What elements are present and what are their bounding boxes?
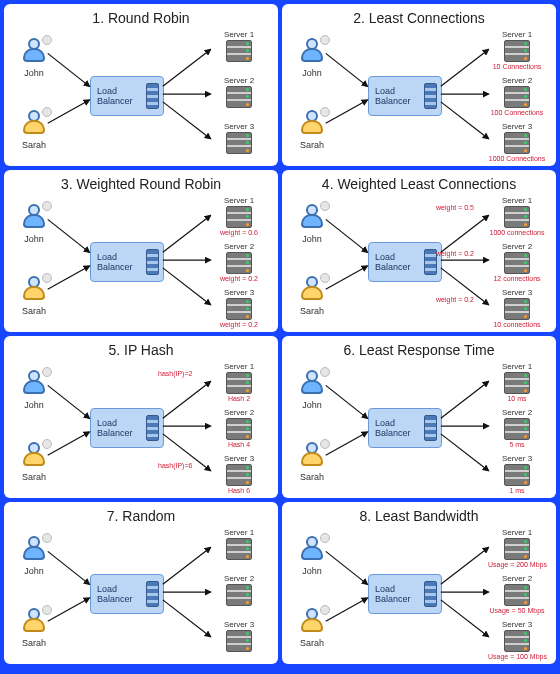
user-label: Sarah — [292, 140, 332, 150]
user-label: John — [14, 234, 54, 244]
annotation-pre: hash(IP)=6 — [158, 462, 192, 469]
load-balancer: Load Balancer — [368, 408, 442, 448]
annotation-post: Hash 6 — [210, 487, 268, 494]
server-icon — [226, 584, 252, 606]
server-icon — [226, 298, 252, 320]
svg-line-12 — [163, 215, 211, 252]
user-label: John — [14, 566, 54, 576]
user-john: John — [14, 38, 54, 78]
svg-line-27 — [441, 381, 489, 418]
user-avatar-icon — [20, 608, 48, 636]
user-john: John — [292, 536, 332, 576]
server-2: weight = 0.2 Server 2 12 connections — [488, 242, 546, 282]
load-balancer-label: Load Balancer — [375, 584, 420, 605]
server-label: Server 1 — [210, 30, 268, 39]
load-balancer-label: Load Balancer — [375, 418, 420, 439]
user-john: John — [292, 204, 332, 244]
server-3: Server 3 1000 Connections — [488, 122, 546, 162]
user-label: John — [14, 400, 54, 410]
annotation-post: Hash 4 — [210, 441, 268, 448]
server-1: Server 1 Usage = 200 Mbps — [488, 528, 546, 568]
user-john: John — [292, 38, 332, 78]
annotation-post: 1000 Connections — [488, 155, 546, 162]
user-avatar-icon — [298, 110, 326, 138]
panel-weighted-round-robin: 3. Weighted Round Robin John Sarah Load … — [4, 170, 278, 332]
user-avatar-icon — [20, 204, 48, 232]
user-sarah: Sarah — [292, 608, 332, 648]
annotation-post: 1000 connections — [488, 229, 546, 236]
annotation-post: Usage = 200 Mbps — [488, 561, 546, 568]
server-label: Server 2 — [210, 76, 268, 85]
server-2: Server 2 Hash 4 — [210, 408, 268, 448]
server-icon — [504, 132, 530, 154]
svg-line-29 — [441, 434, 489, 471]
annotation-post: 5 ms — [488, 441, 546, 448]
panel-title: 7. Random — [4, 508, 278, 524]
annotation-pre: weight = 0.2 — [436, 250, 474, 257]
user-avatar-icon — [20, 110, 48, 138]
user-sarah: Sarah — [292, 110, 332, 150]
server-label: Server 3 — [488, 454, 546, 463]
server-1: hash(IP)=2 Server 1 Hash 2 — [210, 362, 268, 402]
svg-line-7 — [441, 49, 489, 86]
server-icon — [504, 252, 530, 274]
panel-least-response-time: 6. Least Response Time John Sarah Load B… — [282, 336, 556, 498]
server-rack-icon — [146, 249, 159, 275]
user-label: John — [292, 566, 332, 576]
panels-grid: 1. Round Robin John Sarah Load Balancer — [0, 0, 560, 668]
server-icon — [504, 464, 530, 486]
svg-line-37 — [441, 547, 489, 584]
svg-line-39 — [441, 600, 489, 637]
annotation-post: weight = 0.2 — [210, 275, 268, 282]
user-label: John — [292, 234, 332, 244]
user-avatar-icon — [298, 370, 326, 398]
annotation-post: 12 connections — [488, 275, 546, 282]
user-avatar-icon — [298, 442, 326, 470]
annotation-post: weight = 0.6 — [210, 229, 268, 236]
server-3: Server 3 1 ms — [488, 454, 546, 494]
server-label: Server 3 — [488, 122, 546, 131]
panel-title: 5. IP Hash — [4, 342, 278, 358]
server-label: Server 1 — [210, 196, 268, 205]
user-sarah: Sarah — [14, 608, 54, 648]
server-icon — [504, 206, 530, 228]
server-label: Server 2 — [488, 574, 546, 583]
server-rack-icon — [424, 415, 437, 441]
panel-weighted-least-connections: 4. Weighted Least Connections John Sarah… — [282, 170, 556, 332]
user-label: Sarah — [14, 472, 54, 482]
panel-title: 8. Least Bandwidth — [282, 508, 556, 524]
svg-line-22 — [163, 381, 211, 418]
server-1: Server 1 — [210, 528, 268, 561]
panel-ip-hash: 5. IP Hash John Sarah Load Balancer hash… — [4, 336, 278, 498]
annotation-post: Usage = 50 Mbps — [488, 607, 546, 614]
user-avatar-icon — [298, 276, 326, 304]
server-icon — [226, 86, 252, 108]
annotation-post: 10 Connections — [488, 63, 546, 70]
load-balancer-label: Load Balancer — [97, 86, 142, 107]
server-3: Server 3 Usage = 100 Mbps — [488, 620, 546, 660]
server-rack-icon — [146, 83, 159, 109]
load-balancer: Load Balancer — [90, 76, 164, 116]
server-icon — [504, 630, 530, 652]
server-3: Server 3 — [210, 122, 268, 155]
server-label: Server 2 — [488, 242, 546, 251]
load-balancer: Load Balancer — [90, 574, 164, 614]
load-balancer: Load Balancer — [368, 574, 442, 614]
server-icon — [504, 86, 530, 108]
server-icon — [504, 538, 530, 560]
server-1: Server 1 — [210, 30, 268, 63]
panel-title: 2. Least Connections — [282, 10, 556, 26]
load-balancer-label: Load Balancer — [97, 252, 142, 273]
user-label: Sarah — [14, 638, 54, 648]
user-sarah: Sarah — [14, 110, 54, 150]
user-avatar-icon — [20, 536, 48, 564]
user-label: Sarah — [292, 472, 332, 482]
server-label: Server 2 — [488, 408, 546, 417]
user-sarah: Sarah — [292, 276, 332, 316]
svg-line-14 — [163, 268, 211, 305]
annotation-post: 1 ms — [488, 487, 546, 494]
user-label: Sarah — [14, 306, 54, 316]
server-label: Server 3 — [488, 288, 546, 297]
user-label: Sarah — [292, 306, 332, 316]
server-2: Server 2 Usage = 50 Mbps — [488, 574, 546, 614]
